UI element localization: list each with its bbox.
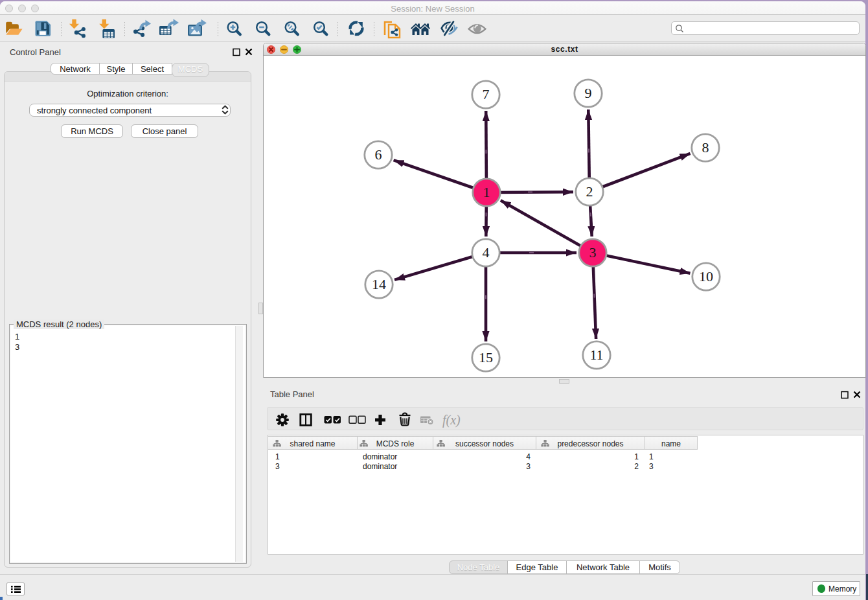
svg-text:4: 4 — [483, 244, 490, 260]
svg-text:3: 3 — [589, 244, 597, 260]
svg-text:11: 11 — [589, 347, 603, 363]
svg-text:7: 7 — [483, 86, 490, 102]
svg-text:10: 10 — [699, 268, 713, 284]
svg-text:9: 9 — [585, 85, 592, 101]
svg-text:f(x): f(x) — [442, 413, 461, 428]
svg-text:15: 15 — [479, 349, 493, 365]
svg-text:1: 1 — [483, 184, 490, 200]
svg-text:14: 14 — [372, 276, 386, 292]
svg-text:2: 2 — [586, 183, 593, 200]
svg-text:6: 6 — [375, 146, 382, 163]
svg-text:8: 8 — [702, 139, 709, 156]
